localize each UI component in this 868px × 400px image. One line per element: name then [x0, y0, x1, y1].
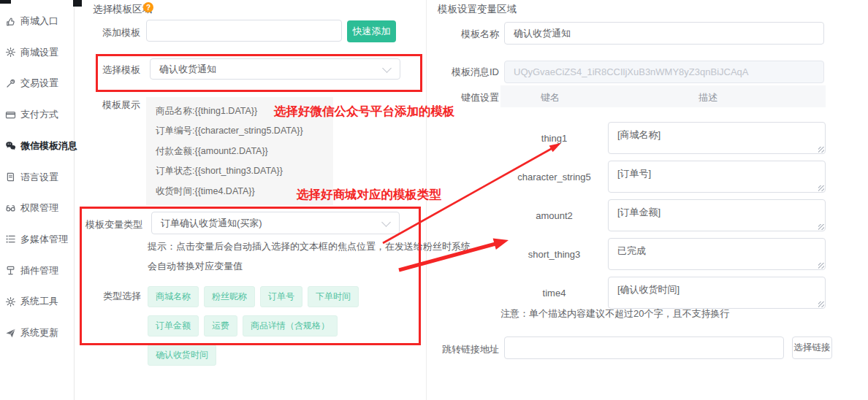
media-manage-icon	[5, 234, 16, 245]
type-tag[interactable]: 下单时间	[308, 286, 359, 307]
payment-method-icon	[5, 109, 16, 120]
add-template-label: 添加模板	[73, 26, 140, 39]
kv-settings-label: 键值设置	[438, 91, 499, 104]
sidebar-item-label: 系统更新	[20, 326, 58, 339]
template-msgid-label: 模板消息ID	[438, 66, 499, 79]
type-tag[interactable]: 粉丝昵称	[204, 286, 255, 307]
sidebar-item-trade-settings[interactable]: 交易设置	[0, 72, 73, 94]
screen-artifact	[0, 0, 11, 4]
template-name-label: 模板名称	[438, 28, 499, 41]
kv-desc-textarea[interactable]	[608, 161, 826, 193]
type-tag[interactable]: 运费	[204, 315, 237, 336]
permission-icon	[5, 203, 16, 214]
sidebar-item-label: 插件管理	[20, 264, 58, 277]
sidebar-item-wechat-template[interactable]: 微信模板消息	[0, 135, 73, 157]
sidebar-item-language-settings[interactable]: 语言设置	[0, 166, 73, 188]
select-link-button[interactable]: 选择链接	[792, 336, 832, 359]
kv-key-label: short_thing3	[500, 249, 608, 260]
sidebar: 商城入口商城设置交易设置支付方式微信模板消息语言设置权限管理多媒体管理插件管理系…	[0, 0, 75, 400]
type-tag[interactable]: 订单号	[260, 286, 302, 307]
template-vartype-value: 订单确认收货通知(买家)	[161, 217, 262, 230]
template-display-line: 订单编号:{{character_string5.DATA}}	[156, 121, 324, 141]
sidebar-item-label: 微信模板消息	[20, 139, 77, 153]
kv-col-desc-header: 描述	[698, 91, 717, 104]
template-vartype-dropdown[interactable]: 订单确认收货通知(买家)	[151, 212, 400, 234]
screen-artifact	[73, 0, 82, 7]
add-template-input[interactable]	[146, 20, 342, 42]
right-panel-title: 模板设置变量区域	[438, 3, 517, 16]
kv-desc-textarea[interactable]	[608, 122, 826, 154]
type-tag[interactable]: 确认收货时间	[148, 345, 216, 366]
type-tag[interactable]: 商城名称	[148, 286, 199, 307]
sidebar-item-payment-method[interactable]: 支付方式	[0, 104, 73, 126]
sidebar-item-label: 系统工具	[20, 295, 58, 308]
mall-entrance-icon	[5, 16, 16, 27]
sidebar-item-label: 语言设置	[20, 171, 58, 184]
wechat-template-message-page: 商城入口商城设置交易设置支付方式微信模板消息语言设置权限管理多媒体管理插件管理系…	[0, 0, 868, 400]
chevron-down-icon	[381, 218, 391, 227]
sidebar-item-label: 多媒体管理	[20, 233, 68, 246]
template-display-line: 订单状态:{{short_thing3.DATA}}	[156, 161, 324, 181]
sidebar-item-system-update[interactable]: 系统更新	[0, 322, 73, 344]
kv-key-label: time4	[500, 288, 608, 299]
sidebar-item-label: 权限管理	[20, 201, 58, 215]
type-select-label: 类型选择	[73, 290, 141, 303]
template-name-input[interactable]	[504, 22, 824, 45]
kv-desc-textarea[interactable]	[608, 277, 826, 309]
kv-desc-textarea[interactable]	[608, 238, 826, 270]
sidebar-item-media-manage[interactable]: 多媒体管理	[0, 228, 73, 250]
type-tag-list: 商城名称粉丝昵称订单号下单时间订单金额运费商品详情（含规格）确认收货时间	[148, 286, 380, 374]
quick-add-button[interactable]: 快速添加	[347, 20, 396, 42]
template-msgid-input	[504, 61, 824, 83]
vartype-tip-line2: 会自动替换对应变量值	[148, 260, 243, 273]
kv-key-label: amount2	[500, 210, 608, 221]
sidebar-item-mall-settings[interactable]: 商城设置	[0, 42, 73, 64]
sidebar-item-permission[interactable]: 权限管理	[0, 197, 73, 219]
annotation-text-1: 选择好微信公众号平台添加的模板	[274, 104, 455, 120]
kv-desc-textarea[interactable]	[608, 199, 826, 231]
sidebar-item-system-tools[interactable]: 系统工具	[0, 291, 73, 312]
wechat-template-icon	[5, 140, 16, 151]
annotation-text-2: 选择好商城对应的模板类型	[297, 187, 441, 203]
template-display-line: 付款金额:{{amount2.DATA}}	[156, 142, 324, 161]
help-icon[interactable]: ?	[143, 2, 153, 12]
system-tools-icon	[5, 296, 16, 307]
plugin-manage-icon	[5, 265, 16, 276]
trade-settings-icon	[5, 78, 16, 89]
jump-link-label: 跳转链接地址	[436, 343, 499, 356]
system-update-icon	[5, 328, 16, 339]
type-tag[interactable]: 商品详情（含规格）	[243, 315, 338, 336]
select-template-label: 选择模板	[73, 64, 140, 77]
kv-key-label: character_string5	[500, 172, 608, 182]
template-display-label: 模板展示	[73, 99, 140, 112]
sidebar-item-mall-entrance[interactable]: 商城入口	[0, 10, 73, 32]
kv-col-key-header: 键名	[541, 91, 560, 104]
template-vartype-label: 模板变量类型	[73, 218, 142, 231]
select-template-value: 确认收货通知	[159, 63, 216, 76]
sidebar-item-label: 商城入口	[20, 15, 58, 28]
sidebar-item-plugin-manage[interactable]: 插件管理	[0, 260, 73, 282]
chevron-down-icon	[382, 64, 392, 73]
mall-settings-icon	[5, 47, 16, 58]
vartype-tip-line1: 提示：点击变量后会自动插入选择的文本框的焦点位置，在发送给粉丝时系统	[148, 240, 471, 253]
sidebar-item-label: 支付方式	[20, 108, 58, 121]
sidebar-item-label: 商城设置	[20, 46, 58, 59]
select-template-dropdown[interactable]: 确认收货通知	[150, 58, 400, 80]
kv-note: 注意：单个描述内容建议不超过20个字，且不支持换行	[500, 307, 729, 320]
sidebar-item-label: 交易设置	[20, 77, 58, 90]
jump-link-input[interactable]	[504, 336, 784, 359]
type-tag[interactable]: 订单金额	[148, 315, 199, 336]
kv-key-label: thing1	[500, 133, 608, 144]
language-settings-icon	[5, 172, 16, 182]
